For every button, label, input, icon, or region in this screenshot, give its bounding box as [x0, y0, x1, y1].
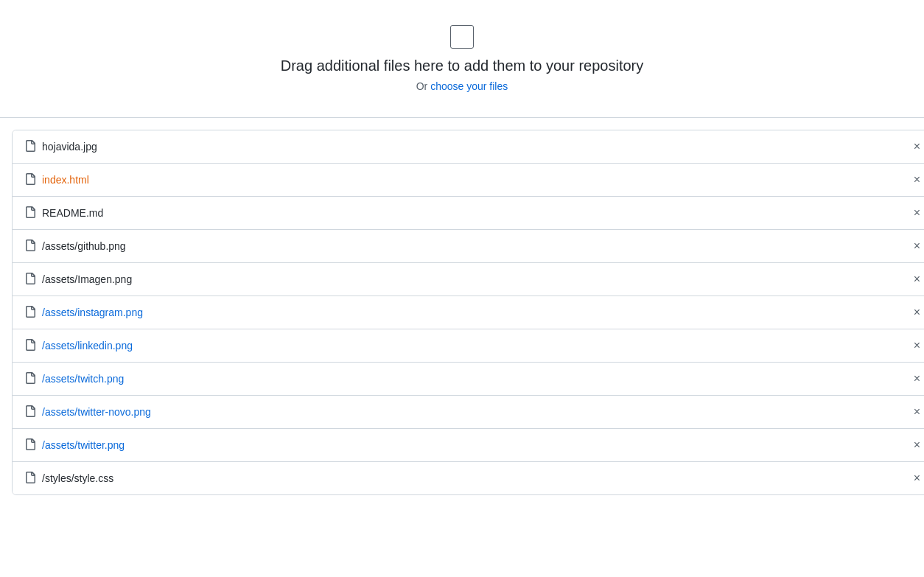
remove-file-button[interactable]: × [911, 239, 923, 253]
file-left: /assets/instagram.png [24, 306, 143, 320]
file-name: /assets/twitch.png [42, 373, 124, 385]
list-item: /assets/instagram.png× [13, 296, 924, 329]
file-left: /assets/linkedin.png [24, 339, 133, 353]
file-left: /assets/Imagen.png [24, 273, 132, 287]
file-icon [24, 239, 36, 253]
remove-file-button[interactable]: × [911, 338, 923, 353]
file-icon [24, 339, 36, 353]
list-item: index.html× [13, 164, 924, 197]
remove-file-button[interactable]: × [911, 139, 923, 154]
list-item: /assets/linkedin.png× [13, 329, 924, 363]
file-name: /assets/twitter-novo.png [42, 406, 151, 418]
file-name: /styles/style.css [42, 472, 113, 484]
file-left: index.html [24, 173, 89, 187]
file-left: /assets/github.png [24, 239, 126, 253]
drop-icon [450, 25, 474, 49]
remove-file-button[interactable]: × [911, 272, 923, 287]
list-item: /assets/twitter.png× [13, 429, 924, 462]
file-name: index.html [42, 174, 89, 186]
file-icon [24, 438, 36, 452]
file-icon [24, 306, 36, 320]
list-item: /assets/twitter-novo.png× [13, 396, 924, 429]
file-name: /assets/Imagen.png [42, 273, 132, 285]
list-item: README.md× [13, 197, 924, 230]
file-left: /styles/style.css [24, 472, 113, 486]
choose-files-link[interactable]: choose your files [430, 80, 508, 92]
choose-files-text: Or choose your files [416, 80, 508, 92]
remove-file-button[interactable]: × [911, 471, 923, 486]
svg-rect-0 [456, 31, 468, 43]
file-icon [24, 206, 36, 220]
remove-file-button[interactable]: × [911, 371, 923, 386]
file-left: hojavida.jpg [24, 140, 97, 154]
file-name: /assets/twitter.png [42, 439, 125, 451]
list-item: /assets/Imagen.png× [13, 263, 924, 296]
file-icon [24, 273, 36, 287]
file-icon [24, 405, 36, 419]
file-left: /assets/twitter.png [24, 438, 125, 452]
file-left: /assets/twitter-novo.png [24, 405, 151, 419]
file-icon [24, 472, 36, 486]
file-name: /assets/instagram.png [42, 307, 143, 318]
file-icon [24, 173, 36, 187]
file-icon [24, 372, 36, 386]
file-left: README.md [24, 206, 103, 220]
remove-file-button[interactable]: × [911, 405, 923, 419]
drop-zone[interactable]: Drag additional files here to add them t… [0, 0, 924, 118]
remove-file-button[interactable]: × [911, 172, 923, 187]
list-item: /assets/twitch.png× [13, 363, 924, 396]
list-item: /styles/style.css× [13, 462, 924, 494]
remove-file-button[interactable]: × [911, 305, 923, 320]
remove-file-button[interactable]: × [911, 206, 923, 220]
file-name: /assets/linkedin.png [42, 340, 133, 352]
drop-title: Drag additional files here to add them t… [281, 57, 644, 74]
file-left: /assets/twitch.png [24, 372, 124, 386]
file-list: hojavida.jpg× index.html× README.md× /as… [12, 130, 924, 495]
list-item: hojavida.jpg× [13, 130, 924, 164]
or-text: Or [416, 80, 430, 92]
file-name: README.md [42, 207, 103, 219]
file-icon [24, 140, 36, 154]
list-item: /assets/github.png× [13, 230, 924, 263]
file-name: hojavida.jpg [42, 141, 97, 153]
remove-file-button[interactable]: × [911, 438, 923, 452]
file-name: /assets/github.png [42, 240, 126, 252]
